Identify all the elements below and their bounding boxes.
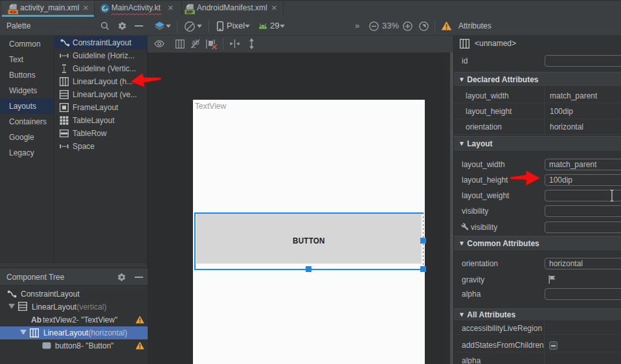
svg-text:<>: <> [10,9,16,14]
svg-text:ab: ab [192,39,199,46]
svg-text:MF: MF [186,10,194,14]
